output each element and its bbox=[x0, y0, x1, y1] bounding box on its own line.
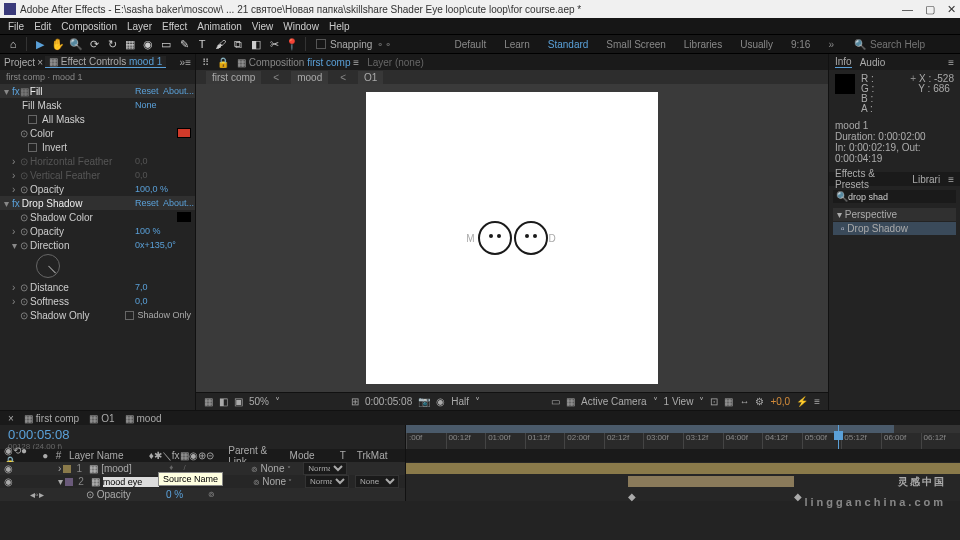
zoom-value[interactable]: 50% bbox=[249, 396, 269, 407]
mask-icon[interactable]: ▣ bbox=[234, 396, 243, 407]
twirl-icon[interactable]: › bbox=[58, 463, 61, 474]
panel-menu-icon[interactable]: »≡ bbox=[180, 57, 191, 68]
drop-shadow-effect[interactable]: Drop Shadow bbox=[20, 198, 135, 209]
maximize-button[interactable]: ▢ bbox=[925, 3, 935, 16]
effects-search[interactable]: 🔍 × bbox=[833, 190, 956, 203]
fast-preview-icon[interactable]: ⚡ bbox=[796, 396, 808, 407]
workspace-usually[interactable]: Usually bbox=[740, 39, 773, 50]
roi-icon[interactable]: ▭ bbox=[551, 396, 560, 407]
workspace-small-screen[interactable]: Small Screen bbox=[606, 39, 665, 50]
rotate-tool-icon[interactable]: ↻ bbox=[105, 37, 119, 51]
workspace-overflow-icon[interactable]: » bbox=[828, 39, 834, 50]
puppet-tool-icon[interactable]: 📍 bbox=[285, 37, 299, 51]
eraser-tool-icon[interactable]: ◧ bbox=[249, 37, 263, 51]
menu-view[interactable]: View bbox=[252, 21, 274, 32]
reset-link[interactable]: Reset bbox=[135, 198, 163, 208]
type-tool-icon[interactable]: T bbox=[195, 37, 209, 51]
menu-edit[interactable]: Edit bbox=[34, 21, 51, 32]
close-button[interactable]: ✕ bbox=[947, 3, 956, 16]
panel-menu-icon[interactable]: ≡ bbox=[814, 396, 820, 407]
menu-layer[interactable]: Layer bbox=[127, 21, 152, 32]
alpha-icon[interactable]: ◧ bbox=[219, 396, 228, 407]
timeline-tab-o1[interactable]: ▦ O1 bbox=[89, 413, 114, 424]
reset-link[interactable]: Reset bbox=[135, 86, 163, 96]
channel-icon[interactable]: ◉ bbox=[436, 396, 445, 407]
menu-composition[interactable]: Composition bbox=[61, 21, 117, 32]
help-search[interactable]: 🔍 bbox=[854, 39, 954, 50]
grid-icon[interactable]: ⊞ bbox=[351, 396, 359, 407]
fill-mask-value[interactable]: None bbox=[135, 100, 191, 110]
transparency-icon[interactable]: ▦ bbox=[566, 396, 575, 407]
timeline-tab-first-comp[interactable]: ▦ first comp bbox=[24, 413, 79, 424]
snapping-toggle[interactable]: Snapping ⚬⚬ bbox=[312, 39, 396, 50]
layer-color[interactable] bbox=[63, 465, 71, 473]
close-tab-icon[interactable]: × bbox=[37, 57, 43, 68]
effects-presets-tab[interactable]: Effects & Presets bbox=[835, 168, 904, 191]
layer-name-editing[interactable]: ▦ bbox=[89, 476, 169, 487]
direction-value[interactable]: 0x+135,0° bbox=[135, 240, 191, 250]
menu-window[interactable]: Window bbox=[283, 21, 319, 32]
shadow-color-swatch[interactable] bbox=[177, 212, 191, 222]
layer-name[interactable]: ▦ [mood] bbox=[87, 463, 167, 474]
menu-animation[interactable]: Animation bbox=[197, 21, 241, 32]
view-dropdown[interactable]: 1 View bbox=[664, 396, 694, 407]
checkbox-icon[interactable] bbox=[28, 143, 37, 152]
layer-rename-input[interactable] bbox=[103, 477, 159, 487]
col-mode[interactable]: Mode bbox=[290, 450, 334, 461]
camera-dropdown[interactable]: Active Camera bbox=[581, 396, 647, 407]
time-ruler[interactable]: :00f00:12f01:00f01:12f02:00f02:12f03:00f… bbox=[405, 425, 960, 449]
vp-icon[interactable]: ↔ bbox=[739, 396, 749, 407]
hand-tool-icon[interactable]: ✋ bbox=[51, 37, 65, 51]
brush-tool-icon[interactable]: 🖌 bbox=[213, 37, 227, 51]
layer-bar[interactable] bbox=[628, 476, 794, 487]
twirl-icon[interactable]: ▾ bbox=[58, 476, 63, 487]
workspace-learn[interactable]: Learn bbox=[504, 39, 530, 50]
workspace-libraries[interactable]: Libraries bbox=[684, 39, 722, 50]
pen-tool-icon[interactable]: ✎ bbox=[177, 37, 191, 51]
zoom-tool-icon[interactable]: 🔍 bbox=[69, 37, 83, 51]
shape-tool-icon[interactable]: ▭ bbox=[159, 37, 173, 51]
timeline-tab-mood[interactable]: ▦ mood bbox=[125, 413, 162, 424]
lock-icon[interactable]: 🔒 bbox=[217, 57, 229, 68]
layer-color[interactable] bbox=[65, 478, 73, 486]
camera-tool-icon[interactable]: ▦ bbox=[123, 37, 137, 51]
effects-search-input[interactable] bbox=[848, 192, 960, 202]
workspace-default[interactable]: Default bbox=[454, 39, 486, 50]
bc-mood[interactable]: mood bbox=[291, 71, 328, 84]
exposure-value[interactable]: +0,0 bbox=[770, 396, 790, 407]
help-search-input[interactable] bbox=[870, 39, 950, 50]
visibility-toggle[interactable]: ◉ bbox=[2, 476, 14, 487]
snapshot-icon[interactable]: 📷 bbox=[418, 396, 430, 407]
orbit-tool-icon[interactable]: ⟳ bbox=[87, 37, 101, 51]
blend-mode-select[interactable]: Normal bbox=[305, 475, 349, 488]
selection-tool-icon[interactable]: ▶ bbox=[33, 37, 47, 51]
softness-value[interactable]: 0,0 bbox=[135, 296, 191, 306]
about-link[interactable]: About... bbox=[163, 198, 191, 208]
panel-menu-icon[interactable]: ≡ bbox=[948, 174, 954, 185]
distance-value[interactable]: 7,0 bbox=[135, 282, 191, 292]
playhead[interactable] bbox=[838, 425, 839, 449]
fill-effect[interactable]: Fill bbox=[28, 86, 135, 97]
layer-tab[interactable]: Layer (none) bbox=[367, 57, 424, 68]
audio-tab[interactable]: Audio bbox=[860, 57, 886, 68]
bc-first-comp[interactable]: first comp bbox=[206, 71, 261, 84]
bc-o1[interactable]: O1 bbox=[358, 71, 383, 84]
opacity-prop[interactable]: Opacity bbox=[97, 489, 131, 500]
twirl-icon[interactable]: ▾ bbox=[4, 198, 12, 209]
menu-file[interactable]: File bbox=[8, 21, 24, 32]
effect-item-drop-shadow[interactable]: ▫ Drop Shadow bbox=[833, 222, 956, 235]
pan-behind-tool-icon[interactable]: ◉ bbox=[141, 37, 155, 51]
opacity-prop-value[interactable]: 0 % bbox=[166, 489, 206, 500]
info-tab[interactable]: Info bbox=[835, 56, 852, 68]
libraries-tab[interactable]: Librari bbox=[912, 174, 940, 185]
current-time[interactable]: 0:00:05:08 bbox=[8, 427, 397, 442]
checkbox-icon[interactable] bbox=[125, 311, 134, 320]
magnify-icon[interactable]: ▦ bbox=[204, 396, 213, 407]
close-tab-icon[interactable]: × bbox=[8, 413, 14, 424]
clone-tool-icon[interactable]: ⧉ bbox=[231, 37, 245, 51]
roto-tool-icon[interactable]: ✂ bbox=[267, 37, 281, 51]
snap-opts-icon[interactable]: ⚬⚬ bbox=[376, 39, 392, 50]
color-swatch[interactable] bbox=[177, 128, 191, 138]
home-icon[interactable]: ⌂ bbox=[6, 37, 20, 51]
vp-icon[interactable]: ⚙ bbox=[755, 396, 764, 407]
